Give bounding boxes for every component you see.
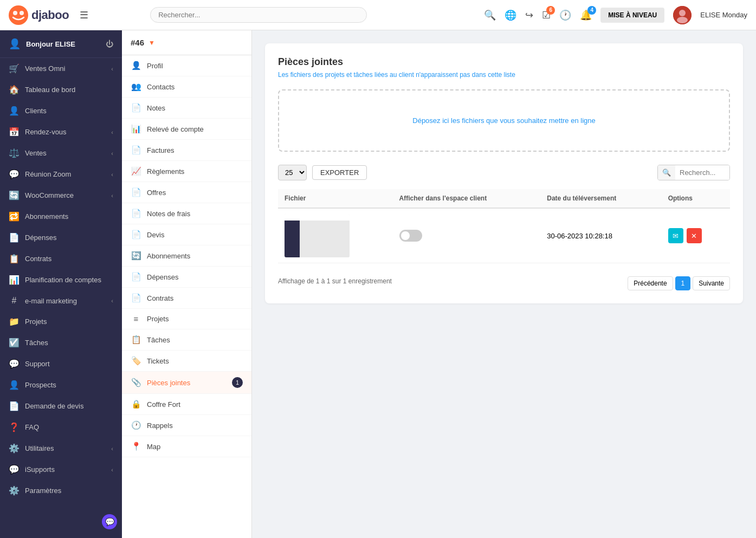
power-icon[interactable]: ⏻ — [106, 40, 113, 48]
sub-nav-item-tickets[interactable]: 🏷️ Tickets — [122, 351, 251, 372]
show-client-toggle[interactable] — [399, 230, 422, 242]
sidebar-item-reunion-zoom[interactable]: 💬 Réunion Zoom ‹ — [0, 164, 122, 185]
email-button[interactable]: ✉ — [668, 228, 683, 243]
pagination: Précédente 1 Suivante — [628, 276, 730, 290]
notifications-icon-btn[interactable]: 🔔 4 — [580, 9, 592, 21]
sub-nav-item-reglements[interactable]: 📈 Règlements — [122, 161, 251, 182]
sidebar-item-projets[interactable]: 📁 Projets — [0, 311, 122, 332]
col-options: Options — [662, 189, 730, 208]
sub-nav-item-notes[interactable]: 📄 Notes — [122, 98, 251, 119]
sub-nav-item-map[interactable]: 📍 Map — [122, 436, 251, 457]
clock-icon-btn[interactable]: 🕐 — [559, 9, 571, 21]
next-button[interactable]: Suivante — [693, 276, 730, 290]
table-search-icon: 🔍 — [658, 165, 675, 180]
chat-bubble[interactable]: 💬 — [102, 514, 117, 529]
sub-nav-item-profil[interactable]: 👤 Profil — [122, 55, 251, 76]
sub-nav-item-coffre-fort[interactable]: 🔒 Coffre Fort — [122, 394, 251, 415]
sidebar-item-depenses[interactable]: 📄 Dépenses — [0, 227, 122, 248]
drop-zone[interactable]: Déposez ici les fichiers que vous souhai… — [278, 89, 730, 152]
sidebar-item-utilitaires[interactable]: ⚙️ Utilitaires ‹ — [0, 438, 122, 459]
sub-nav-item-offres[interactable]: 📄 Offres — [122, 182, 251, 203]
page-size-select[interactable]: 25 — [278, 165, 307, 180]
sub-nav-item-pieces-jointes[interactable]: 📎 Pièces jointes 1 — [122, 372, 251, 394]
tasks-badge: 6 — [546, 6, 555, 15]
prev-button[interactable]: Précédente — [628, 276, 673, 290]
reglements-icon: 📈 — [131, 166, 141, 176]
table-row: 30-06-2023 10:28:18 ✉ ✕ — [278, 208, 730, 263]
options-cell: ✉ ✕ — [662, 208, 730, 263]
table-search-input[interactable] — [675, 165, 729, 180]
sub-nav-item-notes-frais[interactable]: 📄 Notes de frais — [122, 203, 251, 224]
email-icon: # — [9, 296, 20, 306]
content-area: #46 ▼ 👤 Profil 👥 Contacts 📄 Notes 📊 Rele… — [122, 30, 756, 538]
svg-point-4 — [679, 10, 686, 16]
pagination-info: Affichage de 1 à 1 sur 1 enregistrement — [278, 277, 392, 285]
calendar-icon: 📅 — [9, 127, 20, 137]
devis-icon: 📄 — [131, 230, 141, 239]
sub-nav-item-factures[interactable]: 📄 Factures — [122, 140, 251, 161]
export-button[interactable]: EXPORTER — [312, 165, 367, 180]
sidebar-item-faq[interactable]: ❓ FAQ — [0, 417, 122, 438]
rappel-icon: 🕐 — [131, 420, 141, 430]
sidebar-item-demande-devis[interactable]: 📄 Demande de devis — [0, 396, 122, 417]
sub-nav-item-abonnements[interactable]: 🔄 Abonnements — [122, 245, 251, 267]
releve-icon: 📊 — [131, 124, 141, 134]
drop-zone-text: Déposez ici les fichiers que vous souhai… — [412, 116, 595, 125]
sidebar-item-ventes-omni[interactable]: 🛒 Ventes Omni ‹ — [0, 58, 122, 79]
sub-nav-item-depenses[interactable]: 📄 Dépenses — [122, 267, 251, 288]
sidebar-item-prospects[interactable]: 👤 Prospects — [0, 374, 122, 396]
globe-icon-btn[interactable]: 🌐 — [505, 9, 516, 21]
contacts-icon: 👥 — [131, 82, 141, 92]
sub-nav-item-taches[interactable]: 📋 Tâches — [122, 329, 251, 351]
chevron-icon: ‹ — [111, 66, 113, 72]
dropdown-arrow[interactable]: ▼ — [148, 39, 155, 47]
delete-button[interactable]: ✕ — [687, 228, 702, 243]
clients-icon: 👤 — [9, 106, 20, 116]
main-panel: Pièces jointes Les fichiers des projets … — [252, 30, 756, 538]
thumb-content — [300, 221, 350, 257]
sidebar-item-tableau[interactable]: 🏠 Tableau de bord — [0, 79, 122, 100]
sidebar-item-clients[interactable]: 👤 Clients — [0, 100, 122, 121]
sidebar-item-parametres[interactable]: ⚙️ Paramètres — [0, 480, 122, 501]
sidebar-item-ventes[interactable]: ⚖️ Ventes ‹ — [0, 142, 122, 164]
chevron-icon-v: ‹ — [111, 150, 113, 157]
search-icon-btn[interactable]: 🔍 — [484, 9, 496, 21]
sidebar-item-abonnements[interactable]: 🔁 Abonnements — [0, 206, 122, 227]
sidebar-item-woocommerce[interactable]: 🔄 WooCommerce ‹ — [0, 185, 122, 206]
share-icon-btn[interactable]: ↪ — [525, 9, 533, 21]
pagination-area: Affichage de 1 à 1 sur 1 enregistrement … — [278, 272, 730, 290]
sidebar-item-email-marketing[interactable]: # e-mail marketing ‹ — [0, 290, 122, 311]
sidebar-item-rendez-vous[interactable]: 📅 Rendez-vous ‹ — [0, 121, 122, 142]
faq-icon: ❓ — [9, 422, 20, 432]
sub-nav-item-contrats[interactable]: 📄 Contrats — [122, 288, 251, 309]
page-title: Pièces jointes — [278, 56, 730, 68]
sub-nav-header: #46 ▼ — [122, 30, 251, 55]
sidebar-item-planification[interactable]: 📊 Planification de comptes — [0, 269, 122, 290]
plan-icon: 📊 — [9, 275, 20, 285]
sidebar-item-support[interactable]: 💬 Support — [0, 353, 122, 374]
sub-nav-item-contacts[interactable]: 👥 Contacts — [122, 76, 251, 98]
sidebar: 👤 Bonjour ELISE ⏻ 🛒 Ventes Omni ‹ 🏠 Tabl… — [0, 30, 122, 538]
sidebar-item-contrats[interactable]: 📋 Contrats — [0, 248, 122, 269]
svg-point-2 — [20, 11, 24, 15]
col-afficher: Afficher dans l'espace client — [393, 189, 541, 208]
chevron-icon-em: ‹ — [111, 297, 113, 304]
tasks-icon-btn[interactable]: ☑ 6 — [542, 9, 551, 21]
sub-nav-item-releve[interactable]: 📊 Relevé de compte — [122, 119, 251, 140]
record-id: #46 — [131, 38, 144, 47]
search-input[interactable] — [150, 7, 367, 23]
isupport-icon: 💬 — [9, 464, 20, 475]
page-1-button[interactable]: 1 — [675, 276, 691, 290]
sub-nav-item-projets[interactable]: ≡ Projets — [122, 309, 251, 329]
support-icon: 💬 — [9, 359, 20, 369]
home-icon: 🏠 — [9, 85, 20, 95]
sidebar-item-isupports[interactable]: 💬 iSupports ‹ — [0, 459, 122, 480]
sub-nav-item-rappels[interactable]: 🕐 Rappels — [122, 415, 251, 436]
sidebar-item-taches[interactable]: ☑️ Tâches — [0, 332, 122, 353]
contract-icon: 📋 — [9, 254, 20, 264]
project-icon: 📁 — [9, 316, 20, 327]
sub-nav-item-devis[interactable]: 📄 Devis — [122, 224, 251, 245]
upgrade-button[interactable]: MISE À NIVEAU — [600, 8, 664, 23]
abo-icon: 🔄 — [131, 251, 141, 261]
hamburger-icon[interactable]: ☰ — [80, 9, 88, 21]
